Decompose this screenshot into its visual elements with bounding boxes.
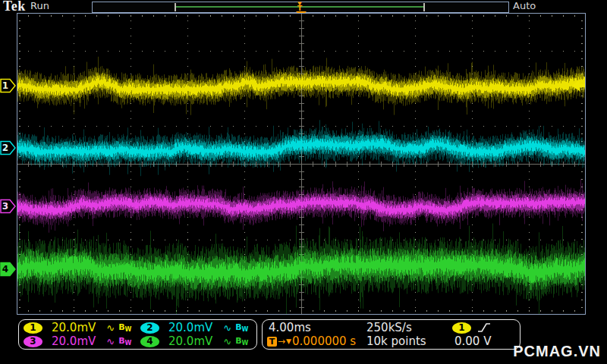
- channel2-coupling-icon: ∿: [223, 322, 231, 334]
- channel1-badge: 1: [24, 322, 42, 334]
- arrow-right-icon: →: [278, 336, 285, 347]
- channel2-readout[interactable]: 2 20.0mV ∿ BW: [140, 321, 248, 334]
- trigger-source-badge: 1: [452, 322, 471, 334]
- record-trigger-position-icon[interactable]: ▼ T: [294, 2, 305, 11]
- trigger-position-readout[interactable]: T → ▼ 0.000000 s: [267, 334, 356, 348]
- channel1-position-marker[interactable]: 1: [0, 78, 17, 93]
- trigger-position-value: 0.000000 s: [292, 334, 356, 348]
- channel4-coupling-icon: ∿: [223, 336, 231, 347]
- trigger-slope-rising-icon: [477, 322, 491, 333]
- acquisition-state: Run: [30, 0, 49, 11]
- channel1-marker-label: 1: [2, 80, 8, 91]
- channel4-scale: 20.0mV: [168, 334, 212, 348]
- channel3-readout[interactable]: 3 20.0mV ∿ BW: [24, 334, 131, 348]
- channel3-badge: 3: [24, 336, 42, 347]
- trigger-level-readout: 0.00 V: [454, 334, 491, 348]
- channel2-scale: 20.0mV: [168, 321, 212, 334]
- channel1-readout[interactable]: 1 20.0mV ∿ BW: [24, 321, 131, 334]
- channel-readout-box: 1 20.0mV ∿ BW 2 20.0mV ∿ BW 3 20.0mV ∿ B…: [18, 319, 257, 350]
- watermark: PCMAG.VN: [513, 343, 601, 360]
- channel3-position-marker[interactable]: 3: [0, 199, 17, 214]
- horizontal-scale: 4.00ms: [269, 321, 311, 334]
- channel1-coupling-icon: ∿: [106, 322, 115, 334]
- oscilloscope-screen: Tek Run Auto ▼ T T 1 2 3 4 1: [0, 0, 607, 364]
- record-window-bracket-right[interactable]: [423, 3, 425, 11]
- trigger-t-icon: T: [267, 337, 277, 347]
- channel2-badge: 2: [140, 322, 159, 334]
- channel1-bandwidth-icon: BW: [118, 322, 131, 333]
- channel4-bandwidth-icon: BW: [235, 336, 248, 347]
- channel4-marker-label: 4: [2, 264, 8, 275]
- record-length: 10k points: [366, 334, 426, 348]
- horizontal-trigger-box: 4.00ms 250kS/s 1 T → ▼ 0.000000 s 10k po…: [262, 319, 521, 350]
- channel2-bandwidth-icon: BW: [235, 322, 248, 333]
- channel2-marker-label: 2: [2, 143, 8, 153]
- channel4-badge: 4: [140, 336, 159, 347]
- sample-rate: 250kS/s: [366, 321, 412, 334]
- record-window-bracket-left[interactable]: [175, 3, 176, 11]
- trigger-mode-label: Auto: [513, 0, 536, 11]
- channel2-position-marker[interactable]: 2: [0, 140, 17, 155]
- channel1-scale: 20.0mV: [52, 321, 96, 334]
- triangle-down-icon: ▼: [286, 337, 291, 345]
- channel4-readout[interactable]: 4 20.0mV ∿ BW: [140, 334, 248, 348]
- channel3-coupling-icon: ∿: [106, 336, 115, 347]
- trigger-source-readout[interactable]: 1: [452, 321, 491, 334]
- channel4-position-marker[interactable]: 4: [0, 262, 17, 277]
- channel3-bandwidth-icon: BW: [118, 336, 131, 347]
- waveform-display: [17, 13, 586, 315]
- trigger-level-arrow-icon[interactable]: [571, 80, 585, 91]
- channel3-marker-label: 3: [2, 201, 8, 212]
- channel3-scale: 20.0mV: [52, 334, 96, 348]
